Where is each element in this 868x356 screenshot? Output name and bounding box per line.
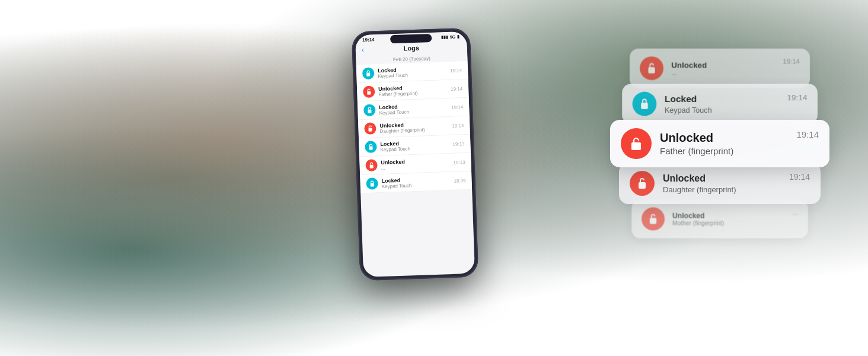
svg-rect-0 <box>366 73 370 77</box>
card-unlock-icon-top <box>640 56 663 80</box>
phone-log-item-7[interactable]: Locked Keypad Touch 18:09 <box>360 171 472 194</box>
phone-lock-icon-7 <box>366 177 378 190</box>
log-card-main-unlocked-father: Unlocked Father (fingerprint) 19:14 <box>610 120 829 167</box>
card-unlock-icon-bottom <box>642 207 665 230</box>
phone-log-content-5: Locked Keypad Touch <box>380 138 449 152</box>
phone-screen-title: Logs <box>403 44 419 52</box>
svg-rect-9 <box>631 142 641 150</box>
log-cards-overlay: Unlocked ... 19:14 Locked Keypad Touch 1… <box>607 47 832 240</box>
card-content-locked-keypad: Locked Keypad Touch <box>665 94 779 114</box>
svg-rect-3 <box>368 128 372 132</box>
card-unlock-icon-father <box>621 128 652 159</box>
phone-log-content-3: Locked Keypad Touch <box>379 102 448 116</box>
phone-log-content-6: Unlocked ... <box>381 157 450 170</box>
phone-screen: 19:14 ▮▮▮ 5G ▮ ‹ Logs Feb 20 (Tuesday) <box>355 31 475 277</box>
phone-log-content-1: Locked Keypad Touch <box>378 65 447 79</box>
phone-signal: ▮▮▮ <box>441 34 448 39</box>
card-locked-title: Locked <box>665 94 779 104</box>
log-card-top-unlocked: Unlocked ... 19:14 <box>630 49 810 88</box>
svg-rect-7 <box>648 67 655 73</box>
card-main-subtitle: Father (fingerprint) <box>660 146 788 156</box>
log-card-locked-keypad: Locked Keypad Touch 19:14 <box>622 84 818 124</box>
svg-rect-8 <box>641 103 648 109</box>
phone-time: 19:14 <box>362 37 375 43</box>
svg-rect-10 <box>639 182 646 189</box>
card-lock-icon-locked <box>633 92 657 116</box>
card-content-daughter: Unlocked Daughter (fingerprint) <box>663 173 781 194</box>
phone-log-list: Locked Keypad Touch 19:14 Unlocked Fathe… <box>356 61 472 193</box>
card-main-time: 19:14 <box>796 128 819 139</box>
phone-log-content-2: Unlocked Father (fingerprint) <box>378 84 448 97</box>
phone-network: 5G <box>450 35 456 39</box>
log-card-bottom: Unlocked Mother (fingerprint) ... <box>631 199 808 238</box>
card-content-bottom: Unlocked Mother (fingerprint) <box>672 211 785 226</box>
phone-lock-icon-5 <box>365 141 377 153</box>
phone-lock-icon-3 <box>363 104 376 116</box>
svg-rect-4 <box>369 146 372 150</box>
phone-back-button[interactable]: ‹ <box>362 46 364 54</box>
phone-unlock-icon-4 <box>364 122 376 135</box>
svg-rect-11 <box>650 218 656 224</box>
phone-unlock-icon-2 <box>363 85 375 98</box>
log-card-unlocked-daughter: Unlocked Daughter (fingerprint) 19:14 <box>619 163 821 204</box>
card-content-top-unlocked: Unlocked ... <box>671 61 775 77</box>
card-locked-subtitle: Keypad Touch <box>665 105 779 114</box>
card-main-title: Unlocked <box>660 131 788 145</box>
svg-rect-5 <box>370 164 374 168</box>
phone-log-content-4: Unlocked Daughter (fingerprint) <box>379 120 449 134</box>
phone-battery: ▮ <box>457 34 459 39</box>
card-locked-time: 19:14 <box>787 92 807 102</box>
card-content-father: Unlocked Father (fingerprint) <box>660 131 788 156</box>
phone-device: 19:14 ▮▮▮ 5G ▮ ‹ Logs Feb 20 (Tuesday) <box>352 28 479 281</box>
phone-notch <box>390 34 432 43</box>
card-daughter-subtitle: Daughter (fingerprint) <box>663 185 781 194</box>
phone-lock-icon-1 <box>362 67 375 80</box>
card-daughter-time: 19:14 <box>789 171 810 182</box>
svg-rect-6 <box>371 183 374 186</box>
phone-log-content-7: Locked Keypad Touch <box>381 175 451 189</box>
svg-rect-1 <box>367 91 371 95</box>
card-daughter-title: Unlocked <box>663 173 781 184</box>
phone-unlock-icon-6 <box>365 159 378 171</box>
card-unlock-icon-daughter <box>630 171 655 196</box>
svg-rect-2 <box>368 110 371 113</box>
